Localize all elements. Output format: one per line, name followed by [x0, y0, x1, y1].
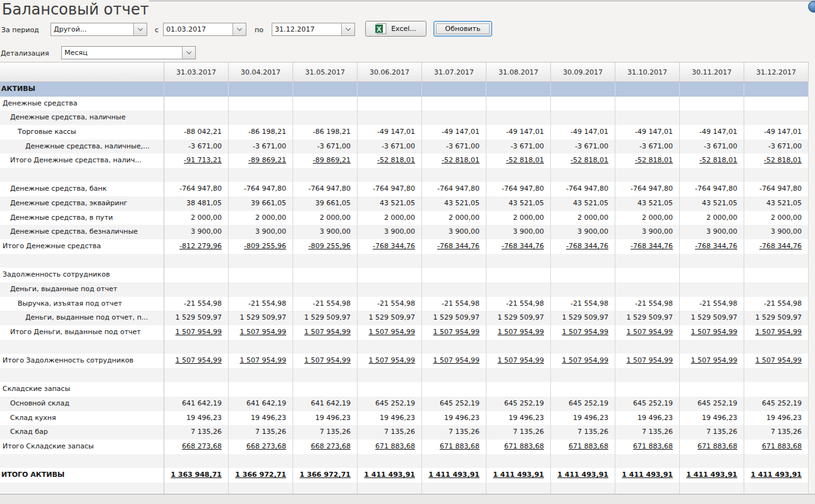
table-row[interactable]	[0, 254, 809, 268]
cell-value: 671 883,68	[680, 440, 744, 454]
cell-value	[551, 111, 615, 125]
cell-value: -49 147,01	[358, 125, 422, 140]
chevron-down-icon[interactable]	[341, 23, 354, 35]
row-label	[0, 254, 164, 268]
column-header[interactable]: 30.11.2017	[680, 63, 744, 81]
table-row[interactable]: ИТОГО АКТИВЫ1 363 948,711 366 972,711 36…	[0, 468, 809, 483]
cell-value: -768 344,76	[358, 239, 422, 254]
cell-value	[551, 382, 615, 397]
cell-value: 1 363 948,71	[164, 468, 229, 483]
cell-value: 2 000,00	[744, 211, 809, 225]
row-label: Итого Складские запасы	[0, 440, 164, 454]
column-header-rowlabels[interactable]	[0, 63, 164, 81]
horizontal-scrollbar[interactable]	[0, 494, 815, 504]
table-row[interactable]: Итого Задолженность сотрудников1 507 954…	[0, 354, 809, 368]
chevron-down-icon[interactable]	[133, 23, 147, 35]
table-row[interactable]: Денежные средства, в пути2 000,002 000,0…	[0, 211, 809, 225]
cell-value: 2 000,00	[358, 211, 422, 225]
cell-value	[358, 282, 422, 297]
cell-value: 2 000,00	[486, 211, 551, 225]
column-header[interactable]: 31.08.2017	[486, 63, 551, 81]
help-icon[interactable]	[808, 1, 815, 13]
excel-button[interactable]: X Excel...	[365, 21, 426, 37]
cell-value	[358, 168, 422, 183]
cell-value	[615, 97, 680, 111]
table-row[interactable]: Основной склад641 642,19641 642,19641 64…	[0, 397, 809, 411]
cell-value: 3 900,00	[744, 225, 809, 239]
row-label: Торговые кассы	[0, 125, 164, 140]
column-header[interactable]: 30.04.2017	[229, 63, 293, 81]
table-row[interactable]: Деньги, выданные под отчет	[0, 282, 809, 297]
chevron-down-icon[interactable]	[182, 47, 195, 59]
cell-value	[615, 382, 680, 397]
cell-value	[486, 254, 551, 268]
row-label: Склад бар	[0, 425, 164, 440]
cell-value: 7 135,26	[486, 425, 551, 440]
cell-value: 2 000,00	[229, 211, 293, 225]
cell-value: 19 496,23	[680, 411, 744, 426]
cell-value: -809 255,96	[293, 239, 358, 254]
cell-value: -49 147,01	[744, 125, 809, 140]
date-from-select[interactable]: 01.03.2017	[163, 23, 246, 36]
cell-value: 1 529 509,97	[615, 311, 680, 325]
table-row[interactable]: Денежные средства, банк-764 947,80-764 9…	[0, 182, 809, 196]
table-row[interactable]: Торговые кассы-88 042,21-86 198,21-86 19…	[0, 125, 809, 140]
date-to-select[interactable]: 31.12.2017	[272, 23, 355, 36]
cell-value: -86 198,21	[293, 125, 358, 140]
cell-value: 7 135,26	[358, 425, 422, 440]
table-row[interactable]: Выручка, изъятая под отчет-21 554,98-21 …	[0, 297, 809, 311]
table-row[interactable]: Итого Складские запасы668 273,68668 273,…	[0, 440, 809, 454]
cell-value: -21 554,98	[229, 297, 293, 311]
cell-value	[615, 282, 680, 297]
table-row[interactable]	[0, 168, 809, 183]
detail-select[interactable]: Месяц	[61, 46, 196, 59]
column-header[interactable]: 30.09.2017	[551, 63, 615, 81]
column-header[interactable]: 31.05.2017	[293, 63, 358, 81]
column-header[interactable]: 31.12.2017	[744, 63, 809, 81]
cell-value: 19 496,23	[164, 411, 229, 426]
table-row[interactable]	[0, 454, 809, 469]
table-row[interactable]	[0, 340, 809, 354]
cell-value: 43 521,05	[486, 196, 551, 211]
cell-value	[551, 82, 615, 97]
cell-value	[615, 111, 680, 125]
cell-value: -764 947,80	[486, 182, 551, 196]
cell-value: -89 869,21	[229, 153, 293, 168]
cell-value	[680, 382, 744, 397]
table-row[interactable]: Складские запасы	[0, 382, 809, 397]
refresh-button[interactable]: Обновить	[433, 21, 492, 37]
table-row[interactable]: Склад кухня19 496,2319 496,2319 496,2319…	[0, 411, 809, 426]
table-row[interactable]: Денежные средства, безналичные3 900,003 …	[0, 225, 809, 239]
column-header[interactable]: 31.07.2017	[422, 63, 486, 81]
cell-value: 645 252,19	[358, 397, 422, 411]
table-row[interactable]: Итого Деньги, выданные под отчет1 507 95…	[0, 325, 809, 340]
cell-value	[229, 97, 293, 111]
table-row[interactable]: АКТИВЫ	[0, 82, 809, 97]
table-row[interactable]: Задолженность сотрудников	[0, 268, 809, 282]
table-row[interactable]: Денежные средства, эквайринг38 481,0539 …	[0, 196, 809, 211]
column-header[interactable]: 31.03.2017	[164, 63, 229, 81]
column-header[interactable]: 31.10.2017	[615, 63, 680, 81]
detail-value: Месяц	[62, 47, 182, 59]
table-row[interactable]: Итого Денежные средства-812 279,96-809 2…	[0, 239, 809, 254]
row-label: ИТОГО АКТИВЫ	[0, 468, 164, 483]
table-row[interactable]: Итого Денежные средства, налич...-91 713…	[0, 153, 809, 168]
table-row[interactable]: Склад бар7 135,267 135,267 135,267 135,2…	[0, 425, 809, 440]
cell-value: 641 642,19	[164, 397, 229, 411]
cell-value: 1 507 954,99	[744, 354, 809, 368]
table-row[interactable]: Денежные средства, наличные,...-3 671,00…	[0, 140, 809, 154]
cell-value	[744, 340, 809, 354]
cell-value: -768 344,76	[744, 239, 809, 254]
chevron-down-icon[interactable]	[232, 23, 246, 35]
table-row[interactable]: Денежные средства, наличные	[0, 111, 809, 125]
column-header[interactable]: 30.06.2017	[358, 63, 422, 81]
cell-value	[358, 382, 422, 397]
table-row[interactable]: Деньги, выданные под отчет, п...1 529 50…	[0, 311, 809, 325]
cell-value: -764 947,80	[615, 182, 680, 196]
table-row[interactable]	[0, 368, 809, 383]
cell-value: 1 507 954,99	[486, 325, 551, 340]
cell-value	[293, 340, 358, 354]
table-row[interactable]: Денежные средства	[0, 97, 809, 111]
period-select[interactable]: Другой...	[51, 23, 147, 36]
cell-value: -21 554,98	[615, 297, 680, 311]
